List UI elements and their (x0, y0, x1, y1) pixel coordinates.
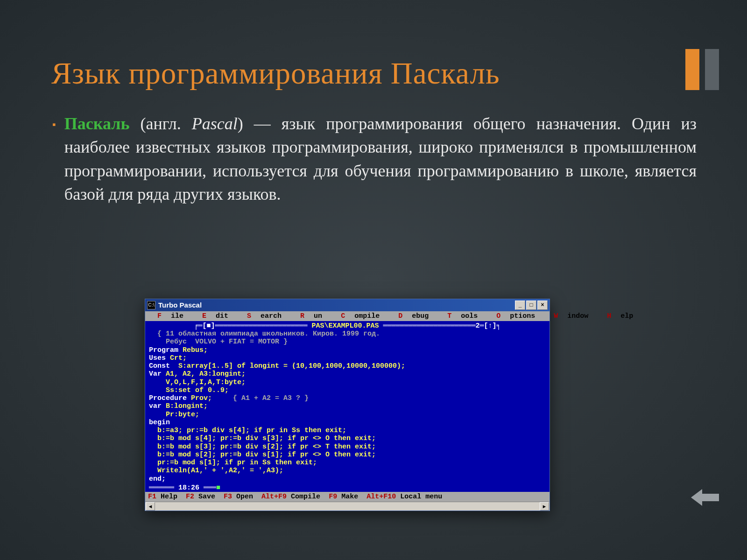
code-keyword: Program (149, 346, 183, 354)
code-keyword: Uses (149, 354, 170, 362)
slide-body: ▪ Паскаль (англ. Pascal) — язык программ… (52, 112, 697, 206)
system-menu-icon[interactable]: C:\ (147, 301, 155, 309)
window-titlebar: C:\ Turbo Pascal _ □ × (145, 299, 550, 311)
paren-prefix: (англ. (130, 114, 192, 133)
accent-decoration (685, 49, 719, 90)
menu-window[interactable]: Window (544, 312, 598, 320)
code-keyword: var (149, 402, 166, 410)
horizontal-scrollbar[interactable]: ◄ ► (145, 502, 550, 511)
menu-file[interactable]: File (148, 312, 193, 320)
menu-edit[interactable]: Edit (193, 312, 238, 320)
editor-frame-top: ╒═[■]══════════════════════ PAS\EXAMPL00… (145, 321, 550, 330)
ide-body: File Edit Search Run Compile Debug Tools… (145, 311, 550, 511)
code-comment: Ребус VOLVO + FIAT = MOTOR } (149, 338, 288, 346)
slide-title: Язык программирования Паскаль (51, 56, 500, 91)
menu-tools[interactable]: Tools (438, 312, 487, 320)
code-keyword: Var (149, 370, 166, 378)
menu-options[interactable]: Options (487, 312, 544, 320)
menu-debug[interactable]: Debug (389, 312, 438, 320)
menu-help[interactable]: Help (598, 312, 642, 320)
editor-frame-bottom: ══════ 18:26 ═══■ (145, 484, 550, 492)
code-editor[interactable]: { 11 областная олимпиада школьников. Кир… (145, 330, 550, 484)
slide: Язык программирования Паскаль ▪ Паскаль … (0, 0, 747, 560)
term-pascal: Паскаль (64, 114, 130, 133)
term-pascal-english: Pascal (192, 114, 238, 133)
accent-bar-gray (705, 49, 719, 90)
menu-compile[interactable]: Compile (331, 312, 389, 320)
scroll-right-icon[interactable]: ► (540, 502, 549, 511)
ide-menu-bar: File Edit Search Run Compile Debug Tools… (145, 311, 550, 321)
ide-status-bar: F1 Help F2 Save F3 Open Alt+F9 Compile F… (145, 492, 550, 502)
paragraph: Паскаль (англ. Pascal) — язык программир… (64, 112, 697, 206)
close-button[interactable]: × (537, 301, 548, 310)
accent-bar-orange (685, 49, 699, 90)
menu-run[interactable]: Run (291, 312, 331, 320)
minimize-button[interactable]: _ (515, 301, 525, 310)
code-keyword: begin (149, 419, 170, 427)
maximize-button[interactable]: □ (526, 301, 536, 310)
back-arrow-icon[interactable] (691, 486, 719, 509)
code-keyword: end; (149, 475, 166, 483)
bullet-icon: ▪ (52, 118, 56, 132)
menu-search[interactable]: Search (238, 312, 291, 320)
turbo-pascal-screenshot: C:\ Turbo Pascal _ □ × File Edit Search … (145, 299, 550, 511)
code-comment: { 11 областная олимпиада школьников. Кир… (149, 330, 380, 338)
code-keyword: Procedure (149, 394, 191, 402)
window-title: Turbo Pascal (158, 299, 202, 311)
scroll-left-icon[interactable]: ◄ (146, 502, 155, 511)
code-keyword: Const (149, 362, 178, 370)
